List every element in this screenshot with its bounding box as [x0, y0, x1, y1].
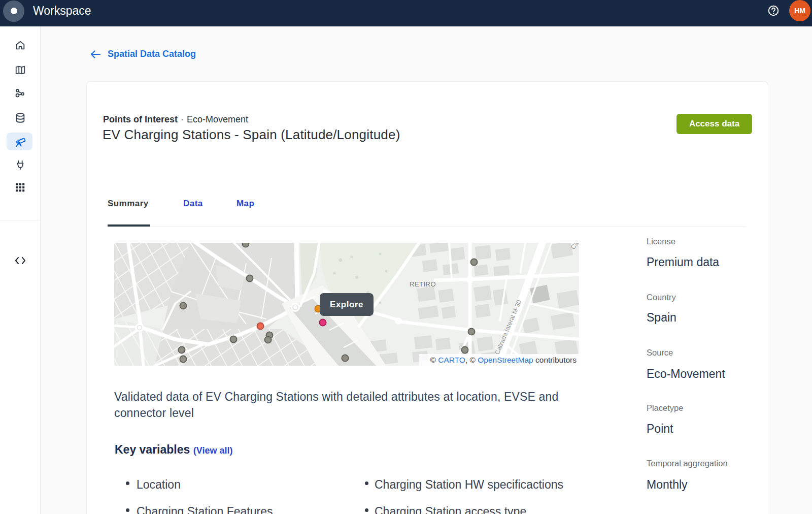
- svg-text:RETIRO: RETIRO: [410, 280, 436, 288]
- svg-text:© CARTO, © OpenStreetMap contr: © CARTO, © OpenStreetMap contributors: [430, 356, 577, 364]
